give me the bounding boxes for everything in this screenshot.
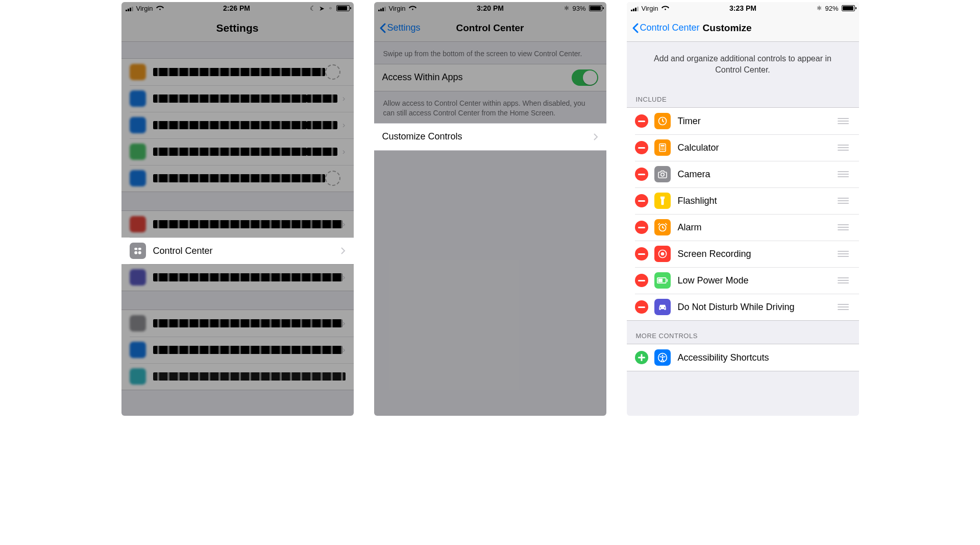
drag-handle-icon[interactable] [836, 304, 851, 310]
control-row[interactable]: Accessibility Shortcuts [627, 344, 859, 371]
settings-row-obscured[interactable]: › [121, 310, 354, 337]
drag-handle-icon[interactable] [836, 118, 851, 124]
control-row[interactable]: Flashlight [627, 187, 859, 214]
back-label: Control Center [640, 22, 700, 33]
control-row[interactable]: Camera [627, 161, 859, 187]
carrier-label: Virgin [642, 5, 658, 12]
obscured-icon [130, 216, 146, 232]
settings-row-obscured[interactable]: › [121, 264, 354, 291]
control-row[interactable]: Timer [627, 108, 859, 134]
back-button[interactable]: Settings [379, 22, 421, 34]
battery-icon [842, 5, 855, 11]
control-row[interactable]: Do Not Disturb While Driving [627, 294, 859, 320]
remove-button[interactable] [635, 194, 648, 207]
remove-button[interactable] [635, 221, 648, 234]
remove-button[interactable] [635, 300, 648, 314]
drag-handle-icon[interactable] [836, 277, 851, 283]
settings-row-obscured[interactable] [121, 165, 354, 192]
row-label: Control Center [153, 246, 340, 256]
chevron-right-icon: › [342, 219, 346, 229]
section-description: Add and organize additional controls to … [627, 42, 859, 84]
settings-row-obscured[interactable]: › [121, 138, 354, 165]
row-label: Accessibility Shortcuts [678, 352, 851, 363]
access-within-apps-row[interactable]: Access Within Apps [374, 64, 606, 91]
svg-rect-0 [134, 248, 137, 250]
svg-point-29 [664, 307, 665, 309]
settings-row-obscured[interactable]: › [121, 112, 354, 138]
chevron-right-icon: › [342, 345, 346, 355]
settings-row-obscured[interactable]: › [121, 211, 354, 238]
row-label: Screen Recording [678, 249, 836, 259]
screen-recording-icon [654, 246, 671, 262]
drag-handle-icon[interactable] [836, 198, 851, 204]
svg-rect-20 [638, 253, 645, 255]
customize-controls-row[interactable]: Customize Controls [374, 124, 606, 150]
drag-handle-icon[interactable] [836, 251, 851, 257]
chevron-right-icon: › [342, 318, 346, 328]
row-label: Camera [678, 169, 836, 180]
back-button[interactable]: Control Center [632, 22, 700, 34]
settings-row-obscured[interactable]: › [121, 337, 354, 363]
remove-button[interactable] [635, 114, 648, 128]
screenshot-settings-root: Virgin 2:26 PM ☾ ➤ ⚬ Settings › › › › [121, 2, 354, 416]
page-title: Settings [121, 22, 354, 34]
obscured-icon [130, 170, 146, 186]
carrier-label: Virgin [389, 5, 406, 12]
nav-bar: Settings [121, 14, 354, 42]
chevron-right-icon: › [342, 120, 346, 130]
svg-point-11 [664, 148, 665, 149]
section-description: Swipe up from the bottom of the screen t… [374, 42, 606, 64]
calculator-icon [654, 139, 671, 156]
svg-rect-17 [638, 200, 645, 202]
drag-handle-icon[interactable] [836, 145, 851, 151]
svg-rect-27 [638, 306, 645, 308]
obscured-icon [130, 269, 146, 286]
timer-icon [654, 113, 671, 129]
svg-point-9 [660, 148, 662, 149]
remove-button[interactable] [635, 168, 648, 181]
remove-button[interactable] [635, 247, 648, 260]
screenshot-control-center: Virgin 3:20 PM ✱ 93% Settings Control Ce… [374, 2, 606, 416]
signal-icon [378, 6, 386, 11]
obscured-icon [130, 90, 146, 107]
row-label: Flashlight [678, 196, 836, 206]
obscured-icon [130, 144, 146, 160]
remove-button[interactable] [635, 141, 648, 154]
remove-button[interactable] [635, 274, 648, 287]
row-label: Timer [678, 116, 836, 127]
section-header-more: MORE CONTROLS [627, 321, 859, 344]
svg-rect-8 [660, 145, 665, 147]
wifi-icon [156, 5, 164, 12]
settings-row-obscured[interactable] [121, 59, 354, 85]
bluetooth-icon: ✱ [817, 5, 822, 12]
settings-row-obscured[interactable] [121, 363, 354, 390]
control-row[interactable]: Calculator [627, 134, 859, 161]
status-bar: Virgin 3:23 PM ✱ 92% [627, 2, 859, 14]
location-icon: ➤ [319, 5, 325, 12]
status-bar: Virgin 2:26 PM ☾ ➤ ⚬ [121, 2, 354, 14]
chevron-right-icon: › [342, 272, 346, 282]
section-description: Allow access to Control Center within ap… [374, 91, 606, 123]
control-row[interactable]: Screen Recording [627, 241, 859, 267]
camera-icon [654, 166, 671, 182]
control-row[interactable]: Alarm [627, 214, 859, 241]
svg-rect-4 [638, 121, 645, 122]
drag-handle-icon[interactable] [836, 171, 851, 177]
chevron-right-icon [340, 247, 346, 255]
settings-row-control-center[interactable]: Control Center [121, 238, 354, 264]
svg-rect-18 [638, 227, 645, 228]
obscured-icon [130, 117, 146, 133]
svg-point-12 [660, 149, 662, 150]
drag-handle-icon[interactable] [836, 224, 851, 230]
toggle-switch[interactable] [572, 69, 598, 86]
low-power-icon [654, 272, 671, 289]
svg-point-28 [659, 307, 660, 309]
battery-icon [336, 5, 350, 11]
settings-row-obscured[interactable]: › [121, 85, 354, 112]
add-button[interactable] [635, 351, 648, 364]
accessibility-icon [654, 349, 671, 366]
svg-point-14 [664, 149, 665, 150]
svg-rect-25 [658, 279, 662, 282]
control-row[interactable]: Low Power Mode [627, 267, 859, 294]
dnd-driving-icon [654, 299, 671, 315]
